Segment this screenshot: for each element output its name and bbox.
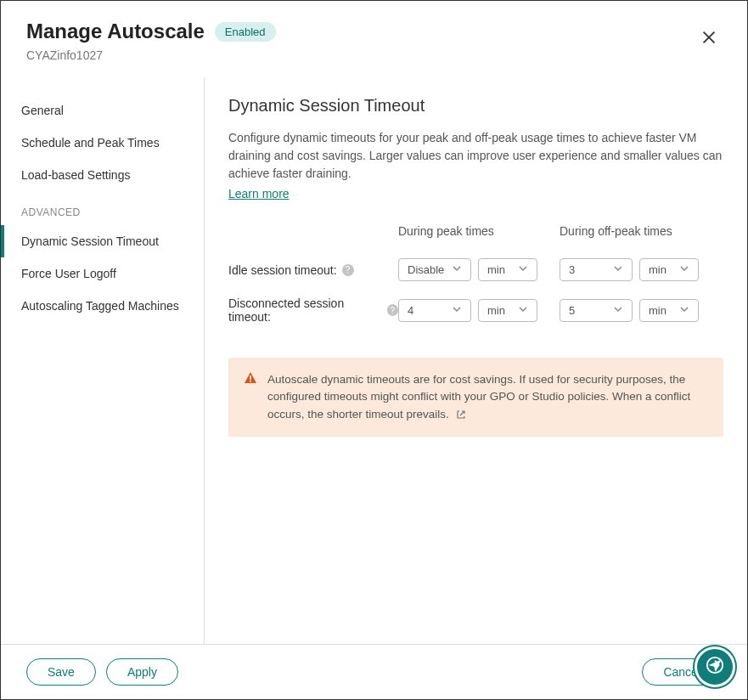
learn-more-link[interactable]: Learn more [228, 187, 290, 200]
content-panel: Dynamic Session Timeout Configure dynami… [205, 77, 747, 644]
sidebar-item-load-based[interactable]: Load-based Settings [1, 159, 204, 191]
close-icon [700, 37, 718, 49]
status-badge: Enabled [215, 22, 276, 42]
external-link-icon[interactable] [456, 409, 466, 420]
chevron-down-icon [518, 304, 528, 317]
idle-peak-unit-select[interactable]: min [478, 258, 537, 281]
disc-offpeak-unit-select[interactable]: min [639, 299, 699, 322]
chevron-down-icon [452, 304, 462, 317]
row-label-disconnected: Disconnected session timeout: ? [228, 296, 398, 324]
timeout-grid: During peak times During off-peak times … [228, 224, 723, 324]
sidebar-section-advanced: ADVANCED [1, 191, 204, 225]
sidebar-item-schedule[interactable]: Schedule and Peak Times [1, 127, 204, 159]
col-header-peak: During peak times [398, 224, 560, 243]
warning-alert: Autoscale dynamic timeouts are for cost … [228, 358, 723, 437]
idle-peak-value-select[interactable]: Disable [398, 258, 471, 281]
content-description: Configure dynamic timeouts for your peak… [228, 129, 723, 183]
dialog-footer: Save Apply Cancel [1, 644, 747, 699]
chevron-down-icon [518, 263, 528, 276]
help-icon[interactable]: ? [387, 304, 398, 316]
col-header-offpeak: During off-peak times [560, 224, 721, 243]
save-button[interactable]: Save [26, 658, 96, 686]
sidebar-item-dynamic-timeout[interactable]: Dynamic Session Timeout [1, 225, 204, 257]
disc-offpeak-value-select[interactable]: 5 [560, 299, 633, 322]
apply-button[interactable]: Apply [106, 658, 178, 686]
dialog-title: Manage Autoscale [26, 20, 205, 43]
dialog-header: Manage Autoscale Enabled CYAZinfo1027 [1, 1, 747, 77]
disc-peak-unit-select[interactable]: min [478, 299, 537, 322]
help-fab[interactable] [695, 646, 735, 687]
idle-offpeak-unit-select[interactable]: min [639, 258, 699, 281]
manage-autoscale-dialog: Manage Autoscale Enabled CYAZinfo1027 Ge… [0, 0, 748, 700]
chevron-down-icon [679, 263, 689, 276]
send-icon [706, 656, 724, 678]
chevron-down-icon [452, 263, 462, 276]
sidebar-item-general[interactable]: General [1, 94, 204, 127]
sidebar-item-tagged-machines[interactable]: Autoscaling Tagged Machines [1, 290, 204, 322]
svg-rect-0 [250, 375, 251, 380]
chevron-down-icon [613, 263, 623, 276]
disc-peak-value-select[interactable]: 4 [398, 299, 471, 322]
chevron-down-icon [613, 304, 623, 317]
sidebar-item-force-logoff[interactable]: Force User Logoff [1, 257, 204, 290]
warning-icon [244, 371, 257, 423]
row-label-idle: Idle session timeout: ? [228, 263, 398, 277]
sidebar: General Schedule and Peak Times Load-bas… [1, 77, 205, 644]
help-icon[interactable]: ? [342, 264, 354, 276]
content-heading: Dynamic Session Timeout [228, 96, 723, 116]
svg-rect-1 [250, 381, 251, 382]
dialog-subtitle: CYAZinfo1027 [26, 48, 722, 62]
close-button[interactable] [696, 25, 722, 53]
chevron-down-icon [679, 304, 689, 317]
idle-offpeak-value-select[interactable]: 3 [560, 258, 633, 281]
